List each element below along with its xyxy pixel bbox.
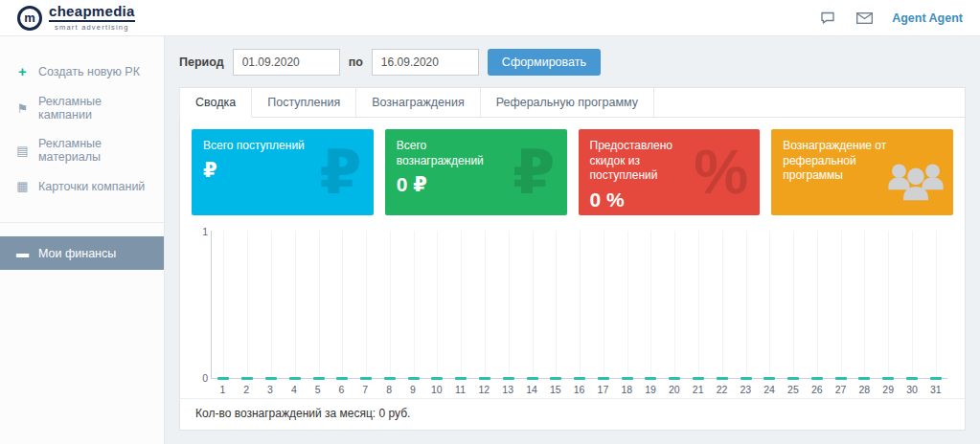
chart-column bbox=[900, 231, 924, 378]
brand-name: cheapmedia bbox=[49, 4, 135, 23]
monthly-rewards-note: Кол-во вознаграждений за месяц: 0 руб. bbox=[180, 398, 965, 430]
x-axis-label: 8 bbox=[377, 384, 401, 395]
gridline bbox=[580, 231, 581, 378]
stat-cards: Всего поступлений ₽ ₽ Всего вознагражден… bbox=[180, 118, 965, 227]
chart-column bbox=[377, 231, 401, 378]
x-axis-label: 11 bbox=[448, 384, 472, 395]
chart-bar bbox=[882, 377, 894, 380]
gridline bbox=[414, 231, 415, 378]
gridline bbox=[698, 231, 699, 378]
chart-bar bbox=[384, 377, 396, 380]
finance-icon: ▬ bbox=[15, 246, 30, 260]
gridline bbox=[533, 231, 534, 378]
x-axis-label: 18 bbox=[615, 384, 639, 395]
x-axis-label: 15 bbox=[543, 384, 567, 395]
x-axis-label: 12 bbox=[472, 384, 496, 395]
app: m cheapmedia smart advertising Agent Age… bbox=[0, 0, 980, 444]
chart-column bbox=[473, 231, 497, 378]
sidebar-item-create-campaign[interactable]: + Создать новую РК bbox=[0, 56, 164, 87]
chart-column bbox=[853, 231, 877, 378]
mail-icon[interactable] bbox=[855, 10, 873, 27]
tab-incomes[interactable]: Поступления bbox=[252, 88, 356, 117]
gridline bbox=[912, 231, 913, 378]
sidebar-item-companies[interactable]: ▦ Карточки компаний bbox=[0, 171, 164, 201]
gridline bbox=[319, 231, 320, 378]
chart-column bbox=[401, 231, 425, 378]
chart-column bbox=[354, 231, 378, 378]
y-axis-label: 1 bbox=[196, 226, 208, 237]
y-axis-label: 0 bbox=[196, 372, 208, 384]
card-total-rewards: Всего вознаграждений 0 ₽ ₽ bbox=[385, 129, 567, 215]
to-label: по bbox=[349, 56, 363, 69]
x-axis-label: 10 bbox=[424, 384, 448, 395]
chart-bar bbox=[527, 377, 538, 380]
chart-column bbox=[425, 231, 449, 378]
x-axis-label: 30 bbox=[900, 384, 924, 395]
x-axis-label: 22 bbox=[710, 384, 734, 395]
card-total-incomes: Всего поступлений ₽ ₽ bbox=[192, 129, 374, 215]
generate-report-button[interactable]: Сформировать bbox=[488, 49, 601, 76]
chart-column bbox=[806, 231, 830, 378]
period-label: Период bbox=[179, 56, 224, 69]
card-title: Предоставлено скидок из поступлений bbox=[590, 139, 704, 184]
report-tabs: Сводка Поступления Вознаграждения Рефера… bbox=[180, 88, 965, 118]
chart-bar bbox=[479, 377, 490, 380]
chart-column bbox=[758, 231, 782, 378]
chart-column bbox=[212, 231, 236, 378]
gridline bbox=[295, 231, 296, 378]
x-axis-label: 28 bbox=[853, 384, 877, 395]
gridline bbox=[556, 231, 557, 378]
chart-column bbox=[923, 231, 947, 378]
chart-column bbox=[236, 231, 260, 378]
chart-column bbox=[734, 231, 758, 378]
chart-bar bbox=[503, 377, 514, 380]
chart-column bbox=[283, 231, 307, 378]
chart-bar bbox=[622, 377, 633, 380]
x-axis-label: 3 bbox=[259, 384, 283, 395]
date-from-input[interactable] bbox=[233, 49, 340, 76]
x-axis-label: 2 bbox=[235, 384, 259, 395]
x-axis-label: 16 bbox=[567, 384, 591, 395]
chart-column bbox=[639, 231, 663, 378]
top-bar: m cheapmedia smart advertising Agent Age… bbox=[0, 0, 980, 36]
gridline bbox=[841, 231, 842, 378]
chart-bar bbox=[669, 377, 680, 380]
x-axis-label: 7 bbox=[353, 384, 377, 395]
period-filter: Период по Сформировать bbox=[179, 49, 966, 76]
sidebar-item-finances[interactable]: ▬ Мои финансы bbox=[0, 236, 164, 270]
gridline bbox=[271, 231, 272, 378]
sidebar-item-campaigns[interactable]: ⚑ Рекламные кампании bbox=[0, 87, 164, 129]
tab-rewards[interactable]: Вознаграждения bbox=[356, 88, 480, 117]
card-value: ₽ bbox=[203, 159, 362, 182]
chart-bar bbox=[241, 377, 253, 380]
main-content: Период по Сформировать Сводка Поступлени… bbox=[165, 36, 980, 444]
chart-bar bbox=[455, 377, 467, 380]
chat-icon[interactable] bbox=[819, 10, 836, 27]
x-axis-label: 21 bbox=[686, 384, 710, 395]
chart-bar bbox=[763, 377, 775, 380]
user-menu-link[interactable]: Agent Agent bbox=[892, 11, 963, 25]
card-referral-reward: Вознаграждение от реферальной программы bbox=[771, 129, 953, 215]
chart-bar bbox=[858, 377, 870, 380]
chart-column bbox=[687, 231, 711, 378]
chart-plot-area: 1 0 bbox=[211, 231, 947, 379]
card-title: Всего поступлений bbox=[203, 139, 317, 154]
report-panel: Сводка Поступления Вознаграждения Рефера… bbox=[179, 87, 966, 431]
chart-column bbox=[592, 231, 616, 378]
gridline bbox=[650, 231, 651, 378]
sidebar-item-label: Рекламные материалы bbox=[38, 137, 148, 164]
gridline bbox=[864, 231, 865, 378]
gridline bbox=[936, 231, 937, 378]
sidebar-item-label: Рекламные кампании bbox=[38, 95, 148, 122]
tab-referral-program[interactable]: Реферальную программу bbox=[481, 88, 654, 117]
date-to-input[interactable] bbox=[372, 49, 479, 76]
chart-bar bbox=[811, 377, 823, 380]
x-axis-labels: 1234567891011121314151617181920212223242… bbox=[211, 379, 947, 398]
card-value: 0 % bbox=[590, 189, 749, 211]
campaigns-icon: ⚑ bbox=[15, 101, 30, 116]
gridline bbox=[390, 231, 391, 378]
sidebar-item-materials[interactable]: ▤ Рекламные материалы bbox=[0, 129, 164, 171]
tab-summary[interactable]: Сводка bbox=[179, 88, 252, 118]
chart-bar bbox=[265, 377, 277, 380]
x-axis-label: 27 bbox=[829, 384, 853, 395]
